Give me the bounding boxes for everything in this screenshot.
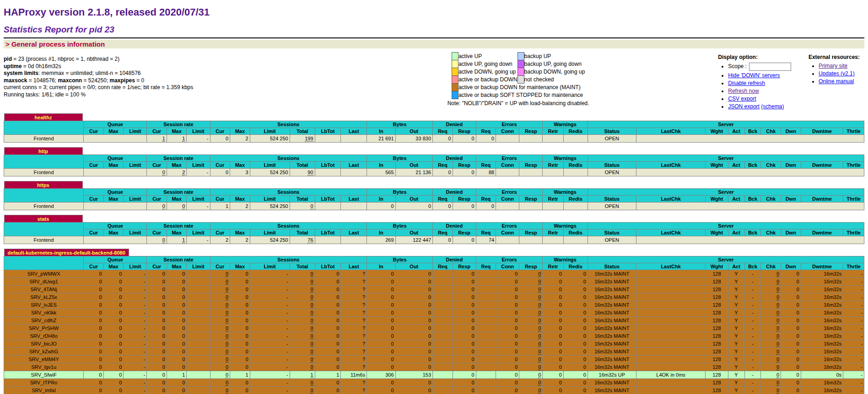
col-header-resp: Resp: [519, 263, 543, 270]
cell: -: [843, 387, 864, 394]
link-online-manual[interactable]: Online manual: [819, 78, 854, 85]
proxy-name-http[interactable]: http: [4, 147, 83, 154]
active-or-backup-down-for-maintenance-maint-swatch: [452, 84, 458, 91]
cell: [636, 348, 705, 356]
cell: 0: [230, 278, 250, 286]
col-header-max: Max: [103, 229, 124, 236]
cell: 0: [230, 286, 250, 293]
corner-header: [4, 155, 84, 169]
cell: [543, 135, 563, 143]
cell: 128: [706, 278, 728, 286]
cell: -: [843, 317, 864, 325]
corner-header: [4, 223, 84, 236]
cell: 0: [210, 332, 230, 340]
cell: 16m32s MAINT: [588, 293, 636, 301]
cell: 0: [230, 301, 250, 309]
cell: 16m32s MAINT: [588, 356, 636, 363]
proxy-name-default-kubernetes-ingress-default-backend-8080[interactable]: default-kubernetes-ingress-default-backe…: [4, 249, 129, 256]
cell: 1: [147, 135, 167, 143]
col-header-resp: Resp: [519, 128, 543, 135]
cell: 0: [367, 309, 395, 317]
cell: 0: [210, 325, 230, 332]
corner-header: [4, 256, 84, 270]
link-refresh-now[interactable]: Refresh now: [728, 88, 759, 94]
proxy-name-stats[interactable]: stats: [4, 215, 83, 222]
link-disable-refresh[interactable]: Disable refresh: [728, 80, 765, 86]
cell: 0: [395, 340, 432, 348]
proxy-name-https[interactable]: https: [4, 181, 83, 188]
cell: 0: [367, 356, 395, 363]
cell: 128: [706, 317, 728, 325]
cell: -: [124, 325, 147, 332]
cell: 0: [290, 325, 315, 332]
col-header-thrtle: Thrtle: [843, 196, 864, 202]
legend-label: active or backup DOWN for maintenance (M…: [458, 84, 585, 91]
cell: 0: [367, 340, 395, 348]
cell: [433, 309, 453, 317]
link-hide-down-servers[interactable]: Hide 'DOWN' servers: [728, 72, 780, 79]
link-schema[interactable]: (schema): [761, 103, 784, 110]
cell: 0: [210, 387, 230, 394]
cell: Y: [728, 286, 744, 293]
cell: 0: [367, 278, 395, 286]
legend-label: active UP: [458, 53, 518, 60]
cell: 2: [230, 135, 250, 143]
col-header-retr: Retr: [543, 229, 563, 236]
link-updates-v2-1[interactable]: Updates (v2.1): [819, 70, 855, 77]
cell: 0: [84, 371, 104, 379]
link-primary-site[interactable]: Primary site: [819, 63, 847, 69]
cell: 0: [367, 317, 395, 325]
cell: 16m32s MAINT: [588, 387, 636, 394]
cell: 16m32s: [801, 325, 843, 332]
server-row-srv-rdh8o: SRV_rDH8o00-0000-00?000000016m32s MAINT1…: [4, 332, 864, 340]
cell: 1: [167, 371, 187, 379]
frontend-row: Frontend00-12524 250000000OPEN: [4, 202, 864, 210]
cell: 0: [367, 379, 395, 387]
col-header-status: Status: [588, 196, 636, 202]
cell: -: [843, 340, 864, 348]
cell: 0: [496, 371, 519, 379]
cell: 0: [147, 332, 167, 340]
cell: 0: [563, 309, 588, 317]
cell: 0: [147, 356, 167, 363]
cell: -: [124, 286, 147, 293]
proxy-name-healthz[interactable]: healthz: [4, 113, 83, 121]
col-header-max: Max: [230, 263, 250, 270]
scope-label: Scope :: [728, 63, 747, 69]
cell: 0: [781, 309, 801, 317]
link-json-export[interactable]: JSON export: [728, 103, 760, 110]
cell: 0: [147, 169, 167, 176]
cell: [476, 301, 496, 309]
cell: [187, 317, 210, 325]
cell: 0: [230, 309, 250, 317]
cell: 0: [433, 169, 453, 176]
cell: 0: [496, 356, 519, 363]
col-header-resp: Resp: [519, 196, 543, 202]
cell: 0: [315, 356, 341, 363]
scope-input[interactable]: [749, 63, 791, 71]
cell: 0: [167, 363, 187, 371]
cell: 0: [167, 286, 187, 293]
link-csv-export[interactable]: CSV export: [728, 96, 756, 102]
col-header-cur: Cur: [84, 128, 104, 135]
col-header-limit: Limit: [250, 229, 290, 236]
cell: [563, 236, 588, 244]
cell: 0: [367, 325, 395, 332]
col-header-out: Out: [395, 128, 432, 135]
cell: [476, 356, 496, 363]
frontend-row: Frontend01-22524 25076269122 4470074OPEN: [4, 236, 864, 244]
cell: Y: [728, 278, 744, 286]
cell: 524 250: [250, 202, 290, 210]
cell: 0: [781, 356, 801, 363]
cell: 0: [367, 332, 395, 340]
cell: ?: [341, 309, 367, 317]
group-header-denied: Denied: [433, 223, 476, 229]
group-header-server: Server: [588, 223, 864, 229]
cell: -: [744, 348, 761, 356]
col-header-cur: Cur: [147, 196, 167, 202]
cell: -: [250, 293, 290, 301]
cell: 16m32s: [801, 379, 843, 387]
group-header-warnings: Warnings: [543, 155, 588, 162]
cell: 0: [496, 293, 519, 301]
col-header-req: Req: [433, 128, 453, 135]
